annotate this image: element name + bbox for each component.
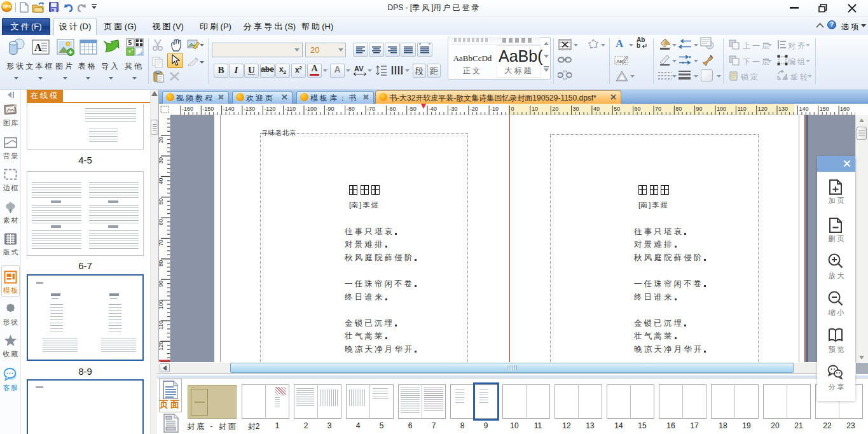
svg-text:40: 40 bbox=[159, 178, 164, 184]
svg-text:40: 40 bbox=[593, 106, 600, 112]
svg-text:-140: -140 bbox=[223, 106, 235, 112]
svg-text:-80: -80 bbox=[347, 106, 355, 112]
svg-text:-130: -130 bbox=[244, 106, 255, 112]
svg-text:5: 5 bbox=[128, 39, 132, 46]
svg-text:130: 130 bbox=[778, 106, 788, 112]
svg-text:50: 50 bbox=[159, 199, 164, 205]
svg-text:100: 100 bbox=[717, 106, 726, 112]
svg-text:0: 0 bbox=[511, 106, 514, 112]
svg-text:-30: -30 bbox=[449, 106, 457, 112]
svg-text:-20: -20 bbox=[470, 106, 478, 112]
svg-text:70: 70 bbox=[655, 106, 661, 112]
svg-text:-70: -70 bbox=[367, 106, 375, 112]
svg-text:120: 120 bbox=[758, 106, 768, 112]
svg-text:20: 20 bbox=[552, 106, 558, 112]
svg-text:50: 50 bbox=[614, 106, 620, 112]
svg-text:90: 90 bbox=[159, 281, 164, 287]
svg-text:-120: -120 bbox=[264, 106, 275, 112]
svg-text:150: 150 bbox=[820, 106, 829, 112]
svg-text:-10: -10 bbox=[490, 106, 499, 112]
svg-text:30: 30 bbox=[573, 106, 579, 112]
svg-text:140: 140 bbox=[799, 106, 808, 112]
svg-text:70: 70 bbox=[159, 239, 164, 246]
svg-text:80: 80 bbox=[675, 106, 682, 112]
svg-text:-50: -50 bbox=[408, 106, 417, 112]
svg-text:-150: -150 bbox=[202, 106, 214, 112]
svg-text:-90: -90 bbox=[326, 106, 334, 112]
svg-text:110: 110 bbox=[737, 106, 746, 112]
svg-text:80: 80 bbox=[159, 260, 164, 267]
svg-text:-40: -40 bbox=[429, 106, 437, 112]
svg-text:30: 30 bbox=[159, 157, 164, 164]
svg-text:-60: -60 bbox=[387, 106, 396, 112]
svg-text:160: 160 bbox=[840, 106, 850, 112]
svg-text:-160: -160 bbox=[182, 106, 193, 112]
svg-text:120: 120 bbox=[159, 341, 164, 351]
svg-text:A: A bbox=[34, 42, 42, 53]
svg-text:-100: -100 bbox=[305, 106, 317, 112]
svg-text:100: 100 bbox=[159, 300, 164, 309]
svg-text:10: 10 bbox=[532, 106, 538, 112]
svg-text:-110: -110 bbox=[285, 106, 296, 112]
svg-text:110: 110 bbox=[159, 321, 164, 330]
svg-text:90: 90 bbox=[696, 106, 703, 112]
svg-text:60: 60 bbox=[159, 219, 164, 225]
svg-text:20: 20 bbox=[159, 137, 164, 143]
svg-text:60: 60 bbox=[635, 106, 641, 112]
